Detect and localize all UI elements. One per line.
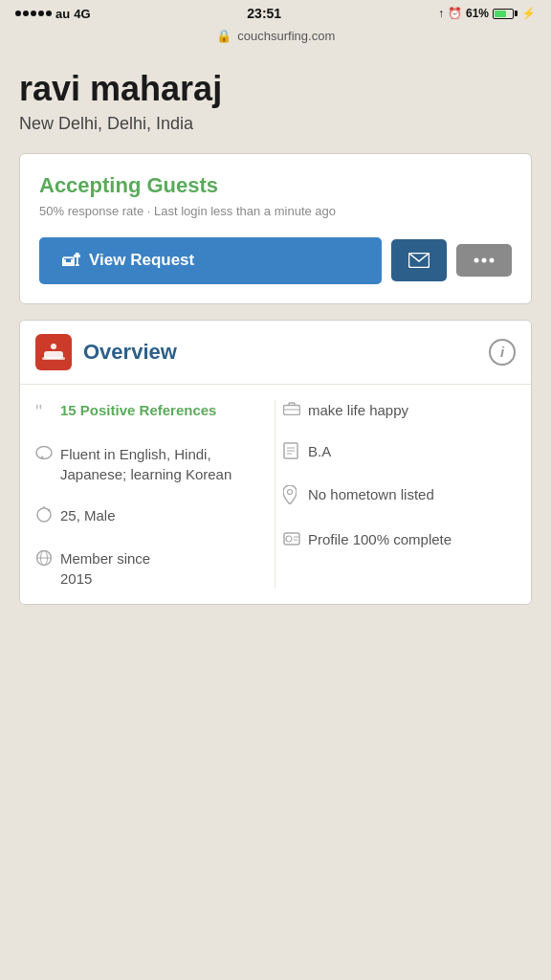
diploma-icon [283, 442, 300, 463]
alarm-icon: ⏰ [448, 7, 462, 20]
signal-icon [15, 11, 52, 16]
education-label: B.A [308, 441, 331, 461]
time-label: 23:51 [247, 6, 281, 21]
member-since-item: Member since 2015 [35, 548, 267, 589]
network-label: 4G [74, 7, 90, 21]
domain-label: couchsurfing.com [237, 29, 335, 43]
age-gender-item: 25, Male [35, 505, 267, 527]
url-bar: 🔒 couchsurfing.com [0, 25, 551, 51]
svg-point-6 [51, 344, 56, 349]
overview-title: Overview [83, 340, 177, 365]
hometown-item: No hometown listed [283, 484, 516, 508]
svg-point-7 [36, 446, 52, 458]
speech-bubble-icon [35, 445, 53, 465]
envelope-icon [408, 253, 430, 268]
profile-complete-icon [283, 530, 300, 551]
svg-point-3 [490, 258, 495, 263]
status-bar-right: ↑ ⏰ 61% ⚡ [438, 7, 536, 20]
age-gender-label: 25, Male [60, 505, 116, 525]
carrier-label: au [55, 7, 70, 21]
guest-card: Accepting Guests 50% response rate · Las… [19, 153, 532, 304]
svg-point-21 [288, 489, 293, 494]
references-label: 15 Positive References [60, 400, 216, 420]
more-dots-icon [474, 257, 495, 263]
overview-avatar-icon [35, 334, 72, 370]
page-content: ravi maharaj New Delhi, Delhi, India Acc… [0, 51, 551, 649]
cs-icon [42, 342, 65, 363]
quote-icon: " [35, 401, 53, 423]
profile-complete-label: Profile 100% complete [308, 529, 452, 549]
globe-icon [35, 549, 53, 570]
education-item: B.A [283, 441, 516, 463]
member-since-label: Member since 2015 [60, 548, 150, 589]
charging-icon: ⚡ [521, 7, 536, 20]
status-bar: au 4G 23:51 ↑ ⏰ 61% ⚡ [0, 0, 551, 25]
pin-icon [283, 485, 300, 508]
overview-left-col: " 15 Positive References Fluent in Engli… [35, 400, 276, 589]
svg-point-1 [474, 258, 479, 263]
profile-location: New Delhi, Delhi, India [19, 114, 532, 134]
overview-header-left: Overview [35, 334, 177, 370]
location-arrow-icon: ↑ [438, 7, 444, 20]
view-request-label: View Request [89, 251, 194, 270]
accepting-guests-label: Accepting Guests [39, 173, 512, 198]
hometown-label: No hometown listed [308, 484, 434, 504]
battery-percent-label: 61% [466, 7, 489, 20]
svg-point-23 [286, 536, 292, 542]
battery-icon [493, 9, 518, 19]
status-bar-left: au 4G [15, 7, 91, 21]
languages-item: Fluent in English, Hindi, Japanese; lear… [35, 444, 267, 484]
svg-marker-8 [40, 456, 44, 458]
overview-card: Overview i " 15 Positive References [19, 320, 532, 605]
svg-point-2 [482, 258, 487, 263]
view-request-button[interactable]: 🛋 View Request [39, 237, 382, 284]
guest-card-body: Accepting Guests 50% response rate · Las… [20, 154, 531, 303]
briefcase-icon [283, 401, 300, 419]
action-buttons: 🛋 View Request [39, 237, 512, 284]
references-item: " 15 Positive References [35, 400, 267, 423]
info-icon[interactable]: i [489, 339, 516, 366]
mail-button[interactable] [391, 239, 447, 281]
tagline-item: make life happy [283, 400, 516, 420]
couch-icon: 🛋 [62, 251, 79, 271]
response-info: 50% response rate · Last login less than… [39, 204, 512, 218]
overview-body: " 15 Positive References Fluent in Engli… [20, 385, 531, 604]
overview-header: Overview i [20, 321, 531, 385]
profile-complete-item: Profile 100% complete [283, 529, 516, 551]
languages-label: Fluent in English, Hindi, Japanese; lear… [60, 444, 267, 484]
svg-rect-5 [42, 357, 65, 360]
tagline-label: make life happy [308, 400, 408, 420]
more-button[interactable] [456, 244, 512, 277]
profile-name: ravi maharaj [19, 70, 532, 108]
overview-right-col: make life happy B.A [276, 400, 516, 589]
gender-icon [35, 506, 53, 527]
lock-icon: 🔒 [216, 29, 231, 43]
